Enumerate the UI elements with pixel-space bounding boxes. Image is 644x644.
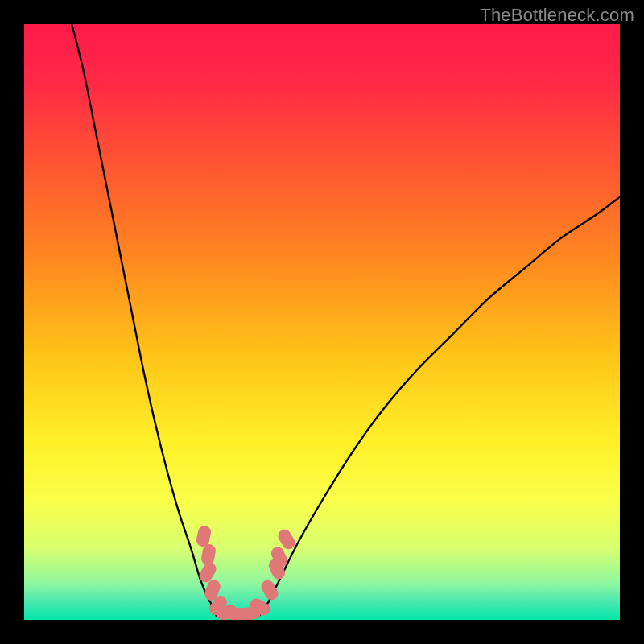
- chart-frame: TheBottleneck.com: [0, 0, 644, 644]
- plot-area: [24, 24, 620, 620]
- watermark-text: TheBottleneck.com: [480, 5, 634, 26]
- bottleneck-curve: [24, 24, 620, 620]
